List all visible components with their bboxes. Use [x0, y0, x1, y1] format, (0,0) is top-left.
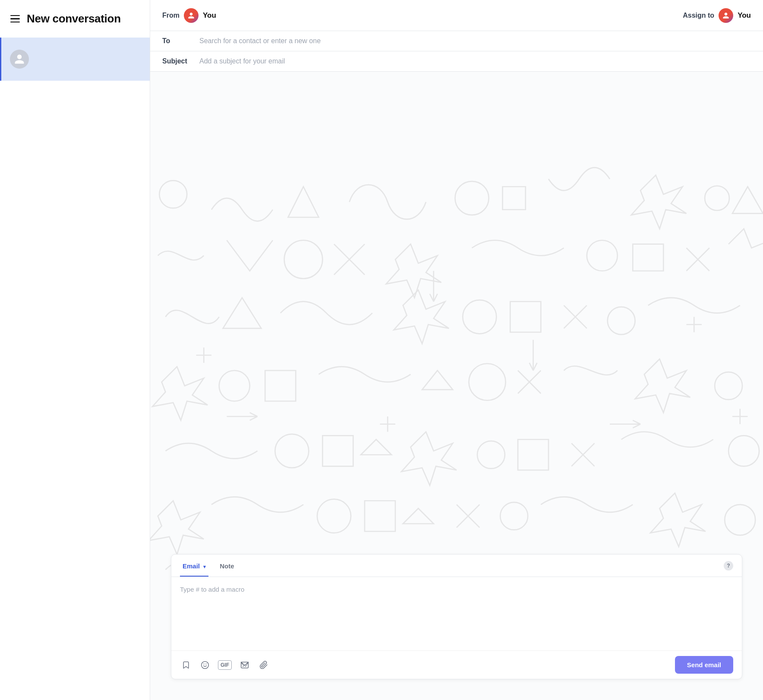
bookmark-icon[interactable] [180, 659, 192, 671]
assign-user-name: You [738, 11, 751, 20]
from-section: From You [162, 8, 216, 23]
subject-field-row: Subject [150, 51, 763, 72]
svg-point-0 [159, 180, 187, 208]
svg-point-2 [705, 186, 729, 211]
attachment-icon[interactable] [258, 659, 270, 671]
sidebar-list [0, 38, 150, 700]
svg-point-16 [202, 661, 209, 668]
assign-section: Assign to You [683, 8, 751, 23]
svg-point-11 [477, 441, 505, 469]
compose-tabs: Email ▾ Note ? [171, 555, 742, 577]
compose-toolbar: GIF [171, 650, 742, 679]
svg-point-9 [715, 372, 742, 400]
svg-point-5 [463, 300, 496, 334]
assign-user-avatar[interactable] [719, 8, 733, 23]
tab-email[interactable]: Email ▾ [180, 555, 208, 577]
page-title: New conversation [27, 12, 121, 25]
doodle-background: Email ▾ Note ? [150, 72, 763, 700]
help-icon[interactable]: ? [724, 561, 733, 571]
svg-point-1 [455, 181, 489, 215]
to-field-row: To [150, 31, 763, 51]
gif-icon[interactable]: GIF [218, 660, 232, 670]
sidebar: New conversation [0, 0, 150, 700]
svg-point-7 [219, 371, 250, 401]
subject-input[interactable] [199, 57, 751, 65]
svg-point-4 [587, 240, 618, 271]
sidebar-item-active[interactable] [0, 38, 150, 81]
menu-icon[interactable] [10, 15, 20, 23]
assign-label: Assign to [683, 12, 714, 19]
svg-point-10 [275, 434, 309, 468]
email-header: From You Assign to You [150, 0, 763, 31]
compose-body [171, 577, 742, 650]
from-label: From [162, 12, 180, 19]
subject-label: Subject [162, 57, 192, 65]
svg-point-12 [728, 435, 759, 466]
email-template-icon[interactable] [239, 659, 251, 671]
svg-point-6 [608, 307, 635, 334]
to-input[interactable] [199, 37, 751, 45]
svg-point-3 [284, 240, 323, 279]
svg-point-8 [469, 364, 505, 400]
sidebar-header: New conversation [0, 0, 150, 38]
svg-point-13 [317, 499, 351, 533]
tab-note[interactable]: Note [217, 555, 236, 577]
to-label: To [162, 37, 192, 45]
compose-box: Email ▾ Note ? [171, 554, 742, 679]
contact-avatar [10, 50, 29, 69]
send-email-button[interactable]: Send email [675, 656, 733, 674]
emoji-icon[interactable] [199, 659, 211, 671]
compose-textarea[interactable] [180, 586, 733, 642]
svg-point-15 [725, 505, 755, 535]
from-user-avatar [184, 8, 199, 23]
from-user-name: You [203, 11, 216, 20]
svg-point-14 [500, 502, 528, 530]
email-tab-chevron-icon: ▾ [203, 564, 206, 570]
main-content: From You Assign to You To Subject [150, 0, 763, 700]
